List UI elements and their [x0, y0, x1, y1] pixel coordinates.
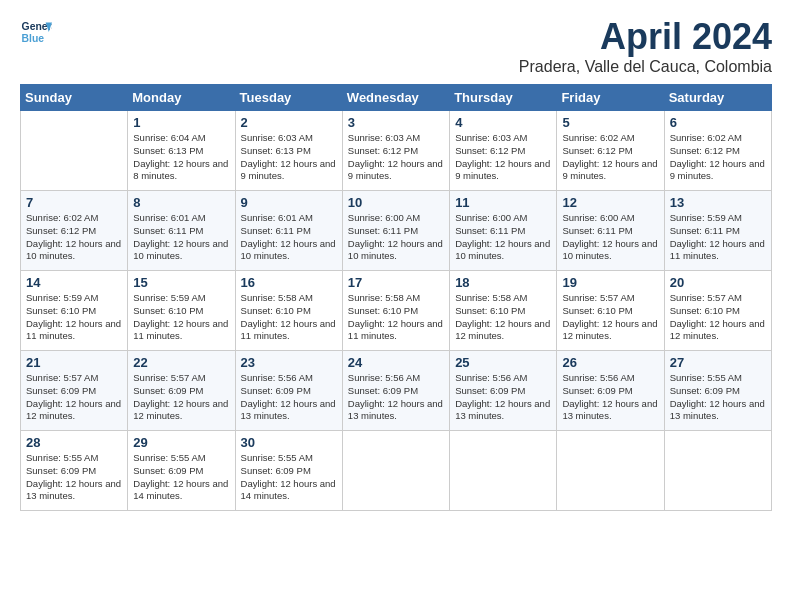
day-number: 30 [241, 435, 337, 450]
month-title: April 2024 [519, 16, 772, 58]
day-number: 23 [241, 355, 337, 370]
day-info: Sunrise: 5:55 AMSunset: 6:09 PMDaylight:… [26, 452, 122, 503]
calendar-week-row: 7Sunrise: 6:02 AMSunset: 6:12 PMDaylight… [21, 191, 772, 271]
day-number: 20 [670, 275, 766, 290]
day-info: Sunrise: 6:03 AMSunset: 6:13 PMDaylight:… [241, 132, 337, 183]
calendar-day-cell: 20Sunrise: 5:57 AMSunset: 6:10 PMDayligh… [664, 271, 771, 351]
day-number: 1 [133, 115, 229, 130]
calendar-day-cell: 21Sunrise: 5:57 AMSunset: 6:09 PMDayligh… [21, 351, 128, 431]
day-number: 10 [348, 195, 444, 210]
day-info: Sunrise: 5:56 AMSunset: 6:09 PMDaylight:… [348, 372, 444, 423]
day-info: Sunrise: 6:03 AMSunset: 6:12 PMDaylight:… [455, 132, 551, 183]
calendar-day-cell [342, 431, 449, 511]
calendar-day-cell: 25Sunrise: 5:56 AMSunset: 6:09 PMDayligh… [450, 351, 557, 431]
weekday-header: Thursday [450, 85, 557, 111]
day-info: Sunrise: 5:58 AMSunset: 6:10 PMDaylight:… [455, 292, 551, 343]
day-number: 9 [241, 195, 337, 210]
day-number: 15 [133, 275, 229, 290]
calendar-day-cell: 12Sunrise: 6:00 AMSunset: 6:11 PMDayligh… [557, 191, 664, 271]
day-info: Sunrise: 6:00 AMSunset: 6:11 PMDaylight:… [455, 212, 551, 263]
calendar-day-cell: 29Sunrise: 5:55 AMSunset: 6:09 PMDayligh… [128, 431, 235, 511]
calendar-day-cell [664, 431, 771, 511]
calendar-day-cell: 9Sunrise: 6:01 AMSunset: 6:11 PMDaylight… [235, 191, 342, 271]
day-info: Sunrise: 6:02 AMSunset: 6:12 PMDaylight:… [670, 132, 766, 183]
calendar-day-cell: 17Sunrise: 5:58 AMSunset: 6:10 PMDayligh… [342, 271, 449, 351]
day-info: Sunrise: 5:59 AMSunset: 6:10 PMDaylight:… [133, 292, 229, 343]
calendar-day-cell: 19Sunrise: 5:57 AMSunset: 6:10 PMDayligh… [557, 271, 664, 351]
calendar-day-cell: 8Sunrise: 6:01 AMSunset: 6:11 PMDaylight… [128, 191, 235, 271]
day-number: 3 [348, 115, 444, 130]
weekday-header: Sunday [21, 85, 128, 111]
day-info: Sunrise: 6:01 AMSunset: 6:11 PMDaylight:… [133, 212, 229, 263]
day-number: 7 [26, 195, 122, 210]
weekday-header: Tuesday [235, 85, 342, 111]
day-info: Sunrise: 6:00 AMSunset: 6:11 PMDaylight:… [562, 212, 658, 263]
calendar-table: SundayMondayTuesdayWednesdayThursdayFrid… [20, 84, 772, 511]
day-info: Sunrise: 5:57 AMSunset: 6:09 PMDaylight:… [133, 372, 229, 423]
day-info: Sunrise: 5:56 AMSunset: 6:09 PMDaylight:… [241, 372, 337, 423]
calendar-day-cell: 18Sunrise: 5:58 AMSunset: 6:10 PMDayligh… [450, 271, 557, 351]
calendar-day-cell: 30Sunrise: 5:55 AMSunset: 6:09 PMDayligh… [235, 431, 342, 511]
day-info: Sunrise: 5:55 AMSunset: 6:09 PMDaylight:… [670, 372, 766, 423]
calendar-day-cell: 28Sunrise: 5:55 AMSunset: 6:09 PMDayligh… [21, 431, 128, 511]
calendar-day-cell: 10Sunrise: 6:00 AMSunset: 6:11 PMDayligh… [342, 191, 449, 271]
day-number: 29 [133, 435, 229, 450]
calendar-day-cell: 4Sunrise: 6:03 AMSunset: 6:12 PMDaylight… [450, 111, 557, 191]
weekday-header: Saturday [664, 85, 771, 111]
weekday-header: Monday [128, 85, 235, 111]
day-number: 26 [562, 355, 658, 370]
calendar-day-cell: 15Sunrise: 5:59 AMSunset: 6:10 PMDayligh… [128, 271, 235, 351]
svg-text:Blue: Blue [22, 33, 45, 44]
day-info: Sunrise: 5:57 AMSunset: 6:10 PMDaylight:… [562, 292, 658, 343]
calendar-day-cell: 2Sunrise: 6:03 AMSunset: 6:13 PMDaylight… [235, 111, 342, 191]
weekday-header: Wednesday [342, 85, 449, 111]
calendar-day-cell [557, 431, 664, 511]
day-info: Sunrise: 5:59 AMSunset: 6:11 PMDaylight:… [670, 212, 766, 263]
day-info: Sunrise: 5:55 AMSunset: 6:09 PMDaylight:… [241, 452, 337, 503]
day-number: 28 [26, 435, 122, 450]
day-number: 16 [241, 275, 337, 290]
day-info: Sunrise: 6:01 AMSunset: 6:11 PMDaylight:… [241, 212, 337, 263]
day-number: 27 [670, 355, 766, 370]
calendar-week-row: 1Sunrise: 6:04 AMSunset: 6:13 PMDaylight… [21, 111, 772, 191]
day-info: Sunrise: 5:58 AMSunset: 6:10 PMDaylight:… [348, 292, 444, 343]
day-info: Sunrise: 6:04 AMSunset: 6:13 PMDaylight:… [133, 132, 229, 183]
calendar-week-row: 21Sunrise: 5:57 AMSunset: 6:09 PMDayligh… [21, 351, 772, 431]
calendar-day-cell: 3Sunrise: 6:03 AMSunset: 6:12 PMDaylight… [342, 111, 449, 191]
calendar-day-cell: 14Sunrise: 5:59 AMSunset: 6:10 PMDayligh… [21, 271, 128, 351]
day-info: Sunrise: 6:02 AMSunset: 6:12 PMDaylight:… [26, 212, 122, 263]
day-number: 11 [455, 195, 551, 210]
calendar-day-cell: 22Sunrise: 5:57 AMSunset: 6:09 PMDayligh… [128, 351, 235, 431]
day-number: 22 [133, 355, 229, 370]
logo: General Blue [20, 16, 52, 48]
day-info: Sunrise: 6:02 AMSunset: 6:12 PMDaylight:… [562, 132, 658, 183]
logo-icon: General Blue [20, 16, 52, 48]
day-number: 2 [241, 115, 337, 130]
calendar-day-cell: 23Sunrise: 5:56 AMSunset: 6:09 PMDayligh… [235, 351, 342, 431]
calendar-day-cell: 6Sunrise: 6:02 AMSunset: 6:12 PMDaylight… [664, 111, 771, 191]
calendar-day-cell: 7Sunrise: 6:02 AMSunset: 6:12 PMDaylight… [21, 191, 128, 271]
day-number: 19 [562, 275, 658, 290]
day-number: 8 [133, 195, 229, 210]
calendar-week-row: 28Sunrise: 5:55 AMSunset: 6:09 PMDayligh… [21, 431, 772, 511]
calendar-day-cell: 1Sunrise: 6:04 AMSunset: 6:13 PMDaylight… [128, 111, 235, 191]
calendar-day-cell: 26Sunrise: 5:56 AMSunset: 6:09 PMDayligh… [557, 351, 664, 431]
day-info: Sunrise: 5:58 AMSunset: 6:10 PMDaylight:… [241, 292, 337, 343]
day-number: 12 [562, 195, 658, 210]
day-info: Sunrise: 6:00 AMSunset: 6:11 PMDaylight:… [348, 212, 444, 263]
calendar-day-cell: 24Sunrise: 5:56 AMSunset: 6:09 PMDayligh… [342, 351, 449, 431]
day-number: 13 [670, 195, 766, 210]
title-block: April 2024 Pradera, Valle del Cauca, Col… [519, 16, 772, 76]
day-number: 25 [455, 355, 551, 370]
weekday-header-row: SundayMondayTuesdayWednesdayThursdayFrid… [21, 85, 772, 111]
calendar-day-cell: 13Sunrise: 5:59 AMSunset: 6:11 PMDayligh… [664, 191, 771, 271]
day-number: 24 [348, 355, 444, 370]
calendar-day-cell: 5Sunrise: 6:02 AMSunset: 6:12 PMDaylight… [557, 111, 664, 191]
day-number: 18 [455, 275, 551, 290]
day-info: Sunrise: 5:55 AMSunset: 6:09 PMDaylight:… [133, 452, 229, 503]
calendar-day-cell: 27Sunrise: 5:55 AMSunset: 6:09 PMDayligh… [664, 351, 771, 431]
day-number: 4 [455, 115, 551, 130]
day-number: 17 [348, 275, 444, 290]
day-info: Sunrise: 5:57 AMSunset: 6:10 PMDaylight:… [670, 292, 766, 343]
location: Pradera, Valle del Cauca, Colombia [519, 58, 772, 76]
